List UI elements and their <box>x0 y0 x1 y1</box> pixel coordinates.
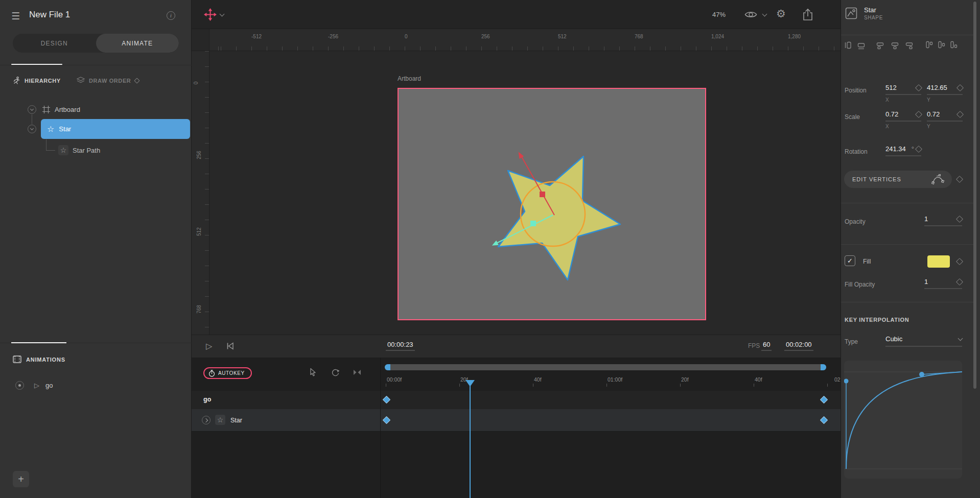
share-export-icon[interactable] <box>802 8 813 21</box>
opacity-field[interactable]: 1 <box>924 215 962 226</box>
info-icon[interactable]: i <box>167 11 175 20</box>
timeline-ruler-label: 01:00f <box>608 376 622 383</box>
scale-y-key-diamond[interactable] <box>956 110 964 117</box>
scale-x-key-diamond[interactable] <box>915 110 922 117</box>
scale-label: Scale <box>845 113 860 121</box>
tree-item-star-selected[interactable]: ☆ Star <box>41 119 190 139</box>
active-tab-indicator <box>11 64 62 65</box>
position-x-value[interactable]: 512 <box>885 84 916 91</box>
fill-opacity-value[interactable]: 1 <box>924 278 957 286</box>
tab-draw-order[interactable]: DRAW ORDER <box>77 77 139 84</box>
divider <box>841 35 974 35</box>
autokey-toggle[interactable]: AUTOKEY <box>203 367 252 379</box>
opacity-value[interactable]: 1 <box>924 215 957 223</box>
duration-input[interactable]: 00:02:00 <box>784 340 813 351</box>
radio-selected-icon[interactable] <box>15 381 24 390</box>
keyframe-diamond[interactable] <box>820 396 828 404</box>
star-path-icon: ☆ <box>58 145 68 155</box>
running-person-icon <box>13 77 20 85</box>
loop-icon[interactable] <box>331 368 340 376</box>
align-left-middle-icon[interactable] <box>937 41 946 50</box>
scale-y-field[interactable]: 0.72 Y <box>927 110 963 129</box>
expand-row-icon[interactable] <box>202 416 211 424</box>
position-x-field[interactable]: 512 X <box>885 84 921 103</box>
play-icon[interactable]: ▷ <box>206 341 212 351</box>
playhead-line[interactable] <box>470 386 471 498</box>
interpolation-curve[interactable] <box>846 372 962 469</box>
interpolation-type-select[interactable]: Cubic <box>885 335 962 347</box>
canvas-viewport[interactable]: Artboard <box>209 51 841 335</box>
expand-collapse-icon[interactable] <box>28 125 36 133</box>
align-vertical-center-icon[interactable] <box>857 41 866 50</box>
keyframe-diamond[interactable] <box>820 416 828 424</box>
align-left-top-icon[interactable] <box>925 41 934 50</box>
hamburger-menu-icon[interactable]: ☰ <box>11 10 20 22</box>
align-top-left-icon[interactable] <box>876 41 885 50</box>
gizmo-rotation-knob[interactable] <box>540 192 545 197</box>
scale-y-value[interactable]: 0.72 <box>927 110 958 118</box>
align-top-center-icon[interactable] <box>891 41 900 50</box>
fill-key-diamond[interactable] <box>956 258 963 265</box>
align-horizontal-center-icon[interactable] <box>845 41 853 50</box>
fill-checkbox[interactable]: ✓ <box>845 255 855 266</box>
range-start-handle[interactable] <box>385 364 390 370</box>
edit-vertices-key-diamond[interactable] <box>956 176 963 183</box>
add-animation-button[interactable]: + <box>13 471 29 487</box>
visibility-eye-icon[interactable] <box>744 10 757 19</box>
position-x-key-diamond[interactable] <box>915 84 922 91</box>
skip-to-start-icon[interactable] <box>226 342 234 350</box>
rotation-value[interactable]: 241.34 <box>885 145 912 153</box>
current-time-input[interactable]: 00:00:23 <box>386 340 415 351</box>
scale-x-value[interactable]: 0.72 <box>885 110 916 118</box>
gizmo-scale-arrow <box>491 241 499 248</box>
artboard-label[interactable]: Artboard <box>398 75 421 82</box>
tab-hierarchy[interactable]: HIERARCHY <box>13 77 61 85</box>
range-end-handle[interactable] <box>821 364 826 370</box>
inspector-scrollbar[interactable] <box>973 2 976 389</box>
star-shape[interactable] <box>399 89 705 319</box>
play-animation-icon[interactable]: ▷ <box>34 382 39 389</box>
expand-collapse-icon[interactable] <box>28 105 36 114</box>
fill-opacity-key-diamond[interactable] <box>956 278 963 285</box>
cursor-tool-icon[interactable] <box>309 368 317 376</box>
rotation-field[interactable]: 241.34° <box>885 145 921 156</box>
artboard[interactable] <box>398 88 706 320</box>
edit-vertices-label: EDIT VERTICES <box>852 176 931 182</box>
work-area-icon[interactable] <box>353 369 361 375</box>
star-polygon[interactable] <box>498 156 620 280</box>
curve-handle-point[interactable] <box>919 372 924 377</box>
timeline-track-area[interactable]: 00:00f 20f 40f 01:00f 20f 40f 02 <box>381 358 841 498</box>
settings-gear-icon[interactable]: ⚙ <box>776 8 786 20</box>
edit-vertices-button[interactable]: EDIT VERTICES <box>844 171 952 188</box>
scale-x-field[interactable]: 0.72 X <box>885 110 921 129</box>
move-tool-icon[interactable] <box>203 8 217 21</box>
bezier-curve-icon <box>931 174 945 185</box>
timeline-range-scrollbar[interactable] <box>385 364 826 370</box>
fill-opacity-field[interactable]: 1 <box>924 278 962 289</box>
align-top-right-icon[interactable] <box>905 41 915 50</box>
animation-list-item-go[interactable]: ▷ go <box>15 381 53 390</box>
curve-handle-point[interactable] <box>844 379 849 384</box>
visibility-dropdown-chevron-icon[interactable] <box>762 12 767 17</box>
zoom-level[interactable]: 47% <box>712 11 726 18</box>
gizmo-scale-knob[interactable] <box>530 221 536 226</box>
tree-item-star-path[interactable]: ☆ Star Path <box>0 141 192 159</box>
position-y-value[interactable]: 412.65 <box>927 84 958 91</box>
keyframe-diamond[interactable] <box>383 396 391 404</box>
position-y-key-diamond[interactable] <box>956 84 964 91</box>
align-left-bottom-icon[interactable] <box>949 41 958 50</box>
interpolation-curve-editor[interactable] <box>844 361 962 479</box>
position-y-field[interactable]: 412.65 Y <box>927 84 963 103</box>
tree-item-artboard[interactable]: Artboard <box>0 100 192 118</box>
tab-design[interactable]: DESIGN <box>13 34 96 53</box>
tool-dropdown-chevron-icon[interactable] <box>220 12 225 17</box>
fps-input[interactable]: 60 <box>761 340 772 351</box>
ruler-label: -512 <box>251 34 262 39</box>
tab-hierarchy-label: HIERARCHY <box>25 78 61 84</box>
draw-order-key-diamond[interactable] <box>134 78 140 83</box>
rotation-key-diamond[interactable] <box>915 145 922 152</box>
opacity-key-diamond[interactable] <box>956 215 963 222</box>
tab-animate[interactable]: ANIMATE <box>96 34 179 53</box>
keyframe-diamond[interactable] <box>383 416 391 424</box>
fill-color-swatch[interactable] <box>927 255 950 268</box>
